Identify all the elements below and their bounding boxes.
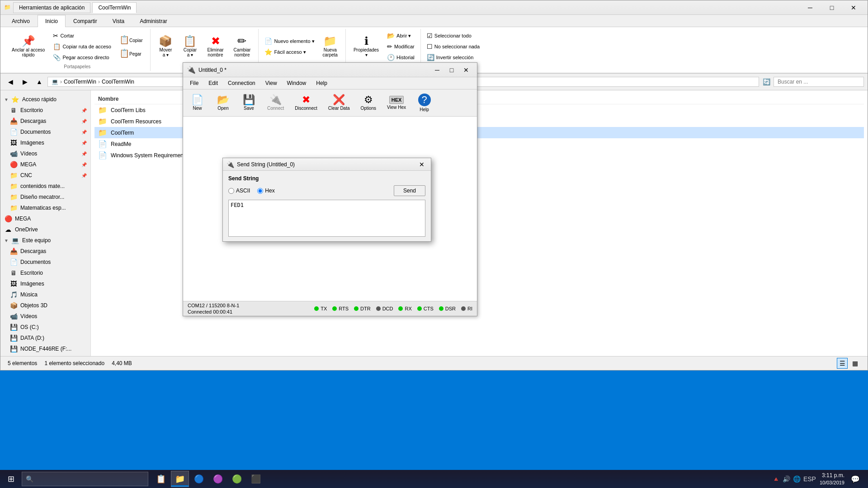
- sidebar-item-matematicas[interactable]: 📁 Matematicas esp...: [0, 202, 90, 213]
- seleccionar-todo-button[interactable]: ☑ Seleccionar todo: [425, 31, 482, 41]
- up-button[interactable]: ▲: [33, 75, 46, 88]
- sidebar-item-musica[interactable]: 🎵 Música: [0, 289, 90, 300]
- no-seleccionar-button[interactable]: ☐ No seleccionar nada: [425, 42, 482, 52]
- hex-radio[interactable]: [257, 188, 263, 194]
- path-coolterm-win[interactable]: CoolTermWin: [64, 79, 96, 85]
- sidebar-item-descargas[interactable]: 📥 Descargas 📌: [0, 116, 90, 127]
- open-button[interactable]: 📂 Open: [211, 93, 236, 113]
- dialog-close-button[interactable]: ✕: [416, 160, 427, 169]
- tab-administrar[interactable]: Administrar: [132, 15, 175, 27]
- sidebar-item-documentos[interactable]: 📄 Documentos 📌: [0, 127, 90, 137]
- ascii-radio[interactable]: [228, 188, 234, 194]
- sidebar-item-videos2[interactable]: 📹 Vídeos: [0, 311, 90, 322]
- list-view-button[interactable]: ☰: [837, 358, 848, 369]
- anclar-button[interactable]: 📌 Anclar al accesorápido: [8, 33, 49, 60]
- ct-restore-button[interactable]: □: [444, 65, 459, 75]
- pegar-acceso-button[interactable]: 📎 Pegar acceso directo: [51, 52, 113, 62]
- propiedades-button[interactable]: ℹ Propiedades▾: [349, 33, 383, 60]
- sidebar-item-acceso-rapido[interactable]: ▼ ⭐ Acceso rápido: [0, 94, 90, 105]
- save-button[interactable]: 💾 Save: [236, 93, 261, 113]
- tab-archivo[interactable]: Archivo: [4, 15, 38, 27]
- tab-inicio[interactable]: Inicio: [38, 15, 66, 27]
- taskbar-item-cortana[interactable]: 📋: [152, 471, 170, 487]
- sidebar-item-escritorio2[interactable]: 🖥 Escritorio: [0, 267, 90, 278]
- sidebar-item-escritorio[interactable]: 🖥 Escritorio 📌: [0, 105, 90, 116]
- sidebar-item-imagenes[interactable]: 🖼 Imágenes 📌: [0, 137, 90, 148]
- refresh-button[interactable]: 🔄: [761, 76, 772, 87]
- hex-radio-option[interactable]: Hex: [257, 188, 274, 194]
- notification-center-button[interactable]: 💬: [848, 470, 863, 488]
- sidebar-item-mega-pinned[interactable]: 🔴 MEGA 📌: [0, 159, 90, 170]
- network-icon[interactable]: 🌐: [793, 475, 801, 483]
- search-input[interactable]: [774, 77, 864, 87]
- notification-icon[interactable]: 🔺: [772, 475, 780, 483]
- historial-button[interactable]: 🕐 Historial: [385, 52, 417, 62]
- options-button[interactable]: ⚙ Options: [356, 93, 381, 113]
- clear-data-button[interactable]: ❌ Clear Data: [323, 93, 355, 113]
- sidebar-item-videos[interactable]: 📹 Vídeos 📌: [0, 148, 90, 159]
- send-button[interactable]: Send: [394, 185, 425, 196]
- taskbar-item-discord[interactable]: 🟣: [209, 471, 227, 487]
- sidebar-item-descargas2[interactable]: 📥 Descargas: [0, 246, 90, 257]
- new-button[interactable]: 📄 New: [185, 93, 210, 113]
- taskbar-item-chrome[interactable]: 🔵: [190, 471, 208, 487]
- taskbar-search[interactable]: 🔍: [22, 472, 148, 486]
- ct-close-button[interactable]: ✕: [459, 65, 473, 75]
- send-string-input[interactable]: FED1: [228, 200, 425, 237]
- sidebar-item-objetos3d[interactable]: 📦 Objetos 3D: [0, 300, 90, 311]
- sidebar-item-data-d[interactable]: 💾 DATA (D:): [0, 333, 90, 343]
- sidebar-item-contenidos[interactable]: 📁 contenidos mate...: [0, 181, 90, 192]
- sidebar-item-onedrive[interactable]: ☁ OneDrive: [0, 224, 90, 235]
- modificar-button[interactable]: ✏ Modificar: [385, 42, 417, 52]
- sidebar-item-diseno[interactable]: 📁 Diseño mecatror...: [0, 192, 90, 202]
- close-button[interactable]: ✕: [843, 1, 864, 14]
- view-hex-button[interactable]: HEX View Hex: [382, 94, 411, 112]
- menu-view[interactable]: View: [260, 78, 282, 88]
- sidebar-item-cnc[interactable]: 📁 CNC 📌: [0, 170, 90, 181]
- path-coolterm[interactable]: CoolTermWin: [102, 79, 134, 85]
- disconnect-button[interactable]: ✖ Disconnect: [290, 93, 322, 113]
- help-button[interactable]: ? Help: [412, 91, 437, 114]
- volume-icon[interactable]: 🔊: [783, 475, 790, 483]
- cambiar-button[interactable]: ✏ Cambiarnombre: [230, 33, 255, 60]
- sidebar-item-imagenes2[interactable]: 🖼 Imágenes: [0, 278, 90, 289]
- cortar-button[interactable]: ✂ Cortar: [51, 31, 113, 41]
- taskbar-item-app1[interactable]: 🟢: [228, 471, 246, 487]
- restore-button[interactable]: □: [821, 1, 842, 14]
- copiar-a-button[interactable]: 📋 Copiara ▾: [179, 33, 201, 60]
- sidebar-item-os-c[interactable]: 💾 OS (C:): [0, 322, 90, 333]
- menu-window[interactable]: Window: [282, 78, 311, 88]
- copiar-ruta-button[interactable]: 📋 Copiar ruta de acceso: [51, 42, 113, 52]
- coolterm-tab[interactable]: CoolTermWin: [92, 2, 137, 13]
- connect-button[interactable]: 🔌 Connect: [262, 93, 289, 113]
- sidebar-item-este-equipo[interactable]: ▼ 💻 Este equipo: [0, 235, 90, 246]
- language-indicator[interactable]: ESP: [803, 475, 816, 483]
- taskbar-clock[interactable]: 3:11 p.m. 10/03/2019: [820, 472, 844, 486]
- forward-button[interactable]: ▶: [19, 75, 31, 88]
- copiar-button[interactable]: 📋 Copiar: [115, 33, 146, 46]
- sidebar-item-node[interactable]: 💾 NODE_F446RE (F:...: [0, 343, 90, 354]
- ascii-radio-option[interactable]: ASCII: [228, 188, 250, 194]
- menu-connection[interactable]: Connection: [223, 78, 260, 88]
- nuevo-elemento-button[interactable]: 📄 Nuevo elemento ▾: [262, 36, 316, 46]
- pegar-button[interactable]: 📋 Pegar: [115, 47, 146, 60]
- back-button[interactable]: ◀: [4, 75, 17, 88]
- facil-acceso-button[interactable]: ⭐ Fácil acceso ▾: [262, 47, 316, 57]
- nueva-carpeta-button[interactable]: 📁 Nuevacarpeta: [319, 33, 342, 60]
- ct-minimize-button[interactable]: ─: [430, 65, 444, 75]
- sidebar-item-mega[interactable]: 🔴 MEGA: [0, 213, 90, 224]
- eliminar-button[interactable]: ✖ Eliminarnombre: [203, 33, 227, 60]
- sidebar-item-documentos2[interactable]: 📄 Documentos: [0, 257, 90, 267]
- menu-help[interactable]: Help: [311, 78, 332, 88]
- taskbar-item-explorer[interactable]: 📁: [171, 471, 189, 487]
- abrir-button[interactable]: 📂 Abrir ▾: [385, 31, 417, 41]
- tab-compartir[interactable]: Compartir: [66, 15, 105, 27]
- detail-view-button[interactable]: ▦: [849, 358, 860, 369]
- start-button[interactable]: ⊞: [2, 470, 20, 488]
- invertir-button[interactable]: 🔄 Invertir selección: [425, 52, 482, 62]
- tab-vista[interactable]: Vista: [105, 15, 132, 27]
- app-tools-tab[interactable]: Herramientas de aplicación: [13, 2, 90, 13]
- menu-edit[interactable]: Edit: [203, 78, 223, 88]
- mover-button[interactable]: 📦 Movera ▾: [154, 33, 177, 60]
- taskbar-item-app2[interactable]: ⬛: [247, 471, 265, 487]
